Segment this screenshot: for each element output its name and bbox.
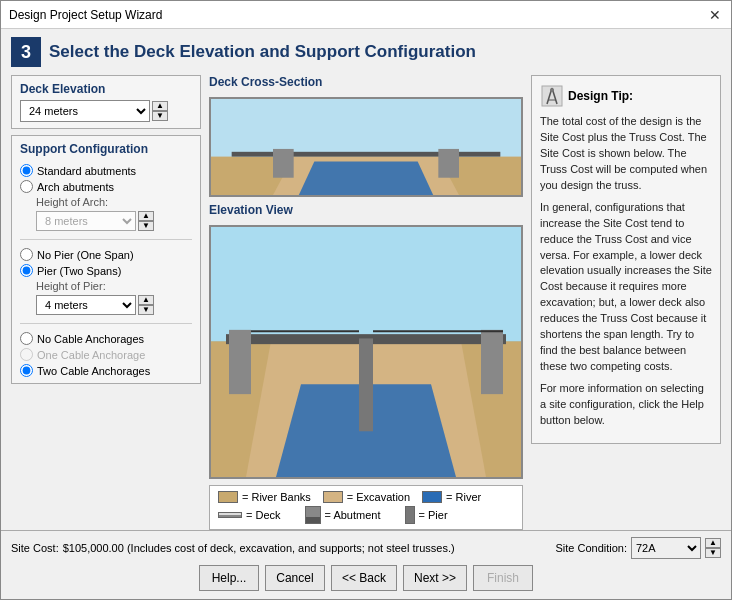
river-swatch (422, 491, 442, 503)
support-config-label: Support Configuration (20, 142, 192, 156)
finish-button[interactable]: Finish (473, 565, 533, 591)
no-pier-label[interactable]: No Pier (One Span) (37, 249, 134, 261)
no-cable-label[interactable]: No Cable Anchorages (37, 333, 144, 345)
no-cable-radio[interactable] (20, 332, 33, 345)
legend-river-banks: = River Banks (218, 491, 311, 503)
arch-height-label: Height of Arch: (36, 196, 192, 208)
pier-height-dropdown[interactable]: 4 meters 2 meters 6 meters (36, 295, 136, 315)
help-button[interactable]: Help... (199, 565, 259, 591)
excavation-text: = Excavation (347, 491, 410, 503)
deck-elevation-label: Deck Elevation (20, 82, 192, 96)
abutment-swatch (305, 506, 321, 524)
site-cost-area: Site Cost: $105,000.00 (Includes cost of… (11, 542, 455, 554)
site-condition-down[interactable]: ▼ (705, 548, 721, 558)
site-condition-up[interactable]: ▲ (705, 538, 721, 548)
close-button[interactable]: ✕ (707, 7, 723, 23)
buttons-row: Help... Cancel << Back Next >> Finish (11, 563, 721, 593)
page-title: Select the Deck Elevation and Support Co… (49, 42, 476, 62)
no-pier-radio[interactable] (20, 248, 33, 261)
pier-height-label: Height of Pier: (36, 280, 192, 292)
site-condition-area: Site Condition: 72A ▲ ▼ (555, 537, 721, 559)
elevation-view (209, 225, 523, 479)
divider-1 (20, 239, 192, 240)
legend-pier: = Pier (405, 506, 448, 524)
pier-height-spinner: ▲ ▼ (138, 295, 154, 315)
arch-height-up[interactable]: ▲ (138, 211, 154, 221)
excavation-swatch (323, 491, 343, 503)
deck-elevation-down[interactable]: ▼ (152, 111, 168, 121)
design-tip-p1: The total cost of the design is the Site… (540, 114, 712, 194)
pier-swatch (405, 506, 415, 524)
site-cost-row: Site Cost: $105,000.00 (Includes cost of… (11, 537, 721, 559)
site-cost-value: $105,000.00 (Includes cost of deck, exca… (63, 542, 455, 554)
standard-abutments-row: Standard abutments (20, 164, 192, 177)
design-tip-box: Design Tip: The total cost of the design… (531, 75, 721, 444)
two-cable-row: Two Cable Anchorages (20, 364, 192, 377)
design-tip-p3: For more information on selecting a site… (540, 381, 712, 429)
site-condition-dropdown[interactable]: 72A (631, 537, 701, 559)
arch-height-spinner: ▲ ▼ (138, 211, 154, 231)
pier-height-down[interactable]: ▼ (138, 305, 154, 315)
step-badge: 3 (11, 37, 41, 67)
deck-elevation-section: Deck Elevation 24 meters 20 meters 28 me… (11, 75, 201, 129)
svg-rect-13 (481, 330, 503, 394)
cross-section-view (209, 97, 523, 197)
design-tip-header: Design Tip: (540, 84, 712, 108)
deck-elevation-up[interactable]: ▲ (152, 101, 168, 111)
svg-rect-7 (211, 227, 521, 341)
two-cable-label[interactable]: Two Cable Anchorages (37, 365, 150, 377)
divider-2 (20, 323, 192, 324)
river-text: = River (446, 491, 481, 503)
header-row: 3 Select the Deck Elevation and Support … (11, 37, 721, 67)
main-window: Design Project Setup Wizard ✕ 3 Select t… (0, 0, 732, 600)
standard-abutments-label[interactable]: Standard abutments (37, 165, 136, 177)
legend-row-2: = Deck = Abutment = Pier (218, 506, 514, 524)
middle-column: Deck Cross-Section (209, 75, 523, 530)
svg-rect-6 (438, 149, 459, 178)
svg-rect-5 (273, 149, 294, 178)
bottom-bar: Site Cost: $105,000.00 (Includes cost of… (1, 530, 731, 599)
pier-text: = Pier (419, 509, 448, 521)
river-banks-text: = River Banks (242, 491, 311, 503)
cable-group: No Cable Anchorages One Cable Anchorage … (20, 332, 192, 377)
arch-abutments-label[interactable]: Arch abutments (37, 181, 114, 193)
support-config-section: Support Configuration Standard abutments… (11, 135, 201, 384)
one-cable-radio[interactable] (20, 348, 33, 361)
cancel-button[interactable]: Cancel (265, 565, 325, 591)
river-banks-swatch (218, 491, 238, 503)
design-tip-title: Design Tip: (568, 88, 633, 105)
deck-elevation-dropdown[interactable]: 24 meters 20 meters 28 meters (20, 100, 150, 122)
legend-abutment: = Abutment (305, 506, 381, 524)
next-button[interactable]: Next >> (403, 565, 467, 591)
left-column: Deck Elevation 24 meters 20 meters 28 me… (11, 75, 201, 530)
svg-rect-0 (211, 99, 521, 157)
design-tip-icon (540, 84, 564, 108)
arch-height-down[interactable]: ▼ (138, 221, 154, 231)
svg-point-20 (550, 88, 554, 92)
pier-label[interactable]: Pier (Two Spans) (37, 265, 121, 277)
legend-row-1: = River Banks = Excavation = River (218, 491, 514, 503)
arch-height-row: 8 meters ▲ ▼ (36, 211, 192, 231)
arch-abutments-radio[interactable] (20, 180, 33, 193)
window-title: Design Project Setup Wizard (9, 8, 162, 22)
two-cable-radio[interactable] (20, 364, 33, 377)
pier-height-row: 4 meters 2 meters 6 meters ▲ ▼ (36, 295, 192, 315)
abutment-text: = Abutment (325, 509, 381, 521)
pier-height-up[interactable]: ▲ (138, 295, 154, 305)
cross-section-label: Deck Cross-Section (209, 75, 523, 89)
site-condition-label: Site Condition: (555, 542, 627, 554)
pier-radio[interactable] (20, 264, 33, 277)
right-column: Design Tip: The total cost of the design… (531, 75, 721, 530)
main-columns: Deck Elevation 24 meters 20 meters 28 me… (11, 75, 721, 530)
content-area: 3 Select the Deck Elevation and Support … (1, 29, 731, 530)
legend-river: = River (422, 491, 481, 503)
back-button[interactable]: << Back (331, 565, 397, 591)
elevation-view-label: Elevation View (209, 203, 523, 217)
standard-abutments-radio[interactable] (20, 164, 33, 177)
deck-elevation-spinner: ▲ ▼ (152, 101, 168, 121)
arch-abutments-row: Arch abutments (20, 180, 192, 193)
one-cable-label: One Cable Anchorage (37, 349, 145, 361)
svg-rect-12 (229, 330, 251, 394)
abutment-group: Standard abutments Arch abutments Height… (20, 164, 192, 231)
arch-height-dropdown[interactable]: 8 meters (36, 211, 136, 231)
